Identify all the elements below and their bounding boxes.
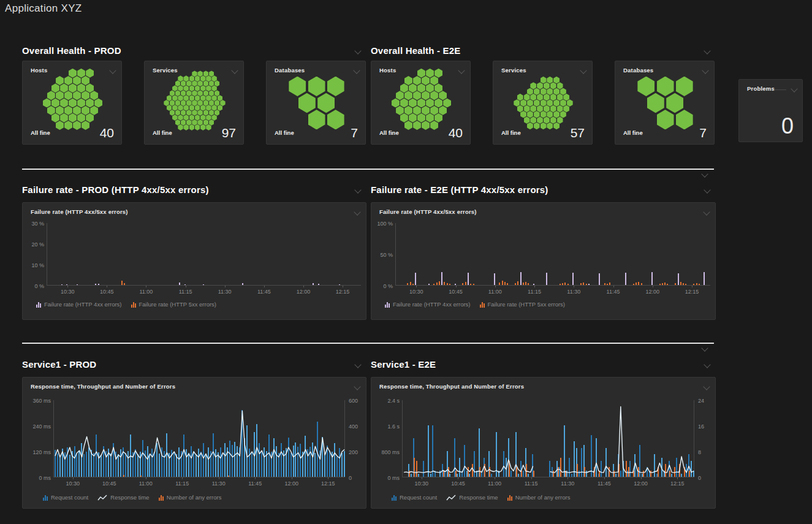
- problems-tile[interactable]: Problems0: [738, 79, 803, 142]
- health-hexagon: [175, 90, 181, 96]
- section-chevron-icon[interactable]: [704, 186, 710, 193]
- failure-5xx-bar: [444, 282, 445, 285]
- section-title-health-prod: Overall Health - PROD: [22, 45, 121, 56]
- health-hexagon: [197, 120, 203, 126]
- health-hexagon: [524, 94, 530, 101]
- x-axis-tickmark: [677, 477, 678, 479]
- section-chevron-icon[interactable]: [354, 47, 361, 54]
- health-tile-services-e2e[interactable]: ServicesAll fine57: [493, 61, 593, 145]
- x-axis-tickmark: [613, 286, 614, 287]
- health-hexagon: [178, 115, 183, 121]
- legend-item[interactable]: Failure rate (HTTP 4xx errors): [36, 301, 122, 308]
- health-hexagon: [195, 105, 200, 111]
- health-hexagon: [64, 121, 72, 130]
- divider-chevron-icon[interactable]: [701, 170, 708, 177]
- chart-tile-failure_e2e[interactable]: Failure rate (HTTP 4xx/5xx errors)100 %5…: [371, 202, 716, 320]
- health-hexagon: [195, 75, 200, 82]
- health-hexagon: [82, 91, 89, 100]
- failure-5xx-bar: [528, 283, 529, 285]
- tile-options-chevron-icon[interactable]: [703, 383, 710, 390]
- health-hexagon: [200, 105, 206, 111]
- health-hexagon: [60, 113, 68, 123]
- legend-item[interactable]: Request count: [392, 494, 437, 501]
- health-hexagon: [178, 75, 183, 82]
- y-axis-label: 50 %: [366, 252, 393, 258]
- health-hexagon: [69, 113, 77, 123]
- health-hexagon: [189, 124, 195, 131]
- tile-options-chevron-icon[interactable]: [703, 208, 710, 215]
- tile-options-chevron-icon[interactable]: [354, 208, 360, 215]
- health-hexagon: [517, 105, 523, 113]
- health-hexagon: [417, 98, 425, 107]
- health-hexagon: [206, 105, 211, 111]
- legend-item[interactable]: Failure rate (HTTP 4xx errors): [385, 301, 471, 308]
- chart-plot-area[interactable]: [47, 223, 361, 286]
- legend-item[interactable]: Response time: [97, 494, 149, 501]
- legend-item[interactable]: Number of any errors: [159, 494, 222, 501]
- chart-plot-area[interactable]: [402, 400, 694, 477]
- tile-options-chevron-icon[interactable]: [354, 383, 360, 390]
- health-hexagon: [178, 85, 183, 91]
- section-chevron-icon[interactable]: [704, 47, 710, 54]
- x-axis-label: 11:15: [522, 480, 541, 487]
- failure-5xx-bar: [641, 283, 642, 285]
- health-hexagon: [82, 76, 89, 85]
- health-status-label: All fine: [623, 129, 643, 136]
- health-hexagon: [60, 83, 68, 93]
- legend-item[interactable]: Failure rate (HTTP 5xx errors): [131, 301, 217, 308]
- divider-chevron-icon[interactable]: [701, 344, 708, 351]
- health-tile-hosts-e2e[interactable]: HostsAll fine40: [371, 61, 471, 145]
- chart-tile-failure_prod[interactable]: Failure rate (HTTP 4xx/5xx errors)30 %20…: [22, 202, 366, 320]
- health-hexagon: [211, 115, 217, 121]
- health-hexagon: [183, 105, 189, 111]
- x-axis-label: 11:15: [525, 289, 544, 295]
- health-hexagon: [392, 98, 400, 107]
- health-hexagon: [183, 95, 189, 101]
- health-hexagon: [520, 111, 526, 118]
- failure-5xx-bar: [586, 284, 587, 285]
- health-hexagon: [404, 121, 412, 130]
- health-hexagon: [172, 115, 178, 121]
- health-hexagon: [413, 91, 421, 100]
- y-axis-right-label: 8: [698, 449, 701, 455]
- health-hexagon: [200, 95, 206, 101]
- health-tile-hosts-prod[interactable]: HostsAll fine40: [22, 61, 122, 145]
- health-hexagon: [200, 85, 206, 91]
- health-hexagon: [197, 90, 203, 96]
- x-axis-tickmark: [182, 477, 183, 479]
- legend-label: Response time: [110, 494, 149, 501]
- legend-item[interactable]: Response time: [446, 494, 498, 501]
- health-hexagon: [56, 91, 64, 100]
- chart-tile-service_prod[interactable]: Response time, Throughput and Number of …: [22, 377, 366, 509]
- chart-plot-area[interactable]: [53, 400, 345, 477]
- section-chevron-icon[interactable]: [354, 186, 361, 193]
- health-hexagon: [203, 80, 209, 86]
- failure-4xx-bar: [242, 283, 243, 285]
- section-chevron-icon[interactable]: [354, 361, 361, 368]
- health-hexagon: [430, 91, 438, 100]
- health-hexagon: [553, 123, 560, 130]
- health-tile-databases-e2e[interactable]: DatabasesAll fine7: [615, 61, 715, 145]
- legend-item[interactable]: Failure rate (HTTP 5xx errors): [480, 301, 566, 308]
- health-hexagon: [86, 98, 94, 107]
- section-title-service_e2e: Service1 - E2E: [371, 359, 436, 370]
- health-tile-services-prod[interactable]: ServicesAll fine97: [144, 61, 244, 145]
- tile-options-chevron-icon[interactable]: [791, 85, 797, 92]
- failure-5xx-bar: [407, 283, 408, 285]
- health-hexagon: [434, 113, 442, 123]
- chart-tile-service_e2e[interactable]: Response time, Throughput and Number of …: [371, 377, 716, 509]
- health-hexagon: [175, 80, 181, 86]
- health-hexagon: [676, 77, 693, 96]
- failure-4xx-bar: [318, 284, 319, 285]
- chart-plot-area[interactable]: [395, 223, 710, 286]
- health-hexagon: [51, 83, 59, 93]
- health-tile-databases-prod[interactable]: DatabasesAll fine7: [266, 61, 366, 145]
- health-hexagon: [181, 110, 186, 116]
- health-hexagon: [181, 90, 186, 96]
- legend-item[interactable]: Number of any errors: [507, 494, 571, 501]
- section-chevron-icon[interactable]: [704, 361, 710, 368]
- legend-item[interactable]: Request count: [43, 494, 88, 501]
- health-hexagon: [553, 88, 560, 96]
- health-hexagon: [90, 91, 98, 100]
- health-hexagon: [417, 83, 425, 93]
